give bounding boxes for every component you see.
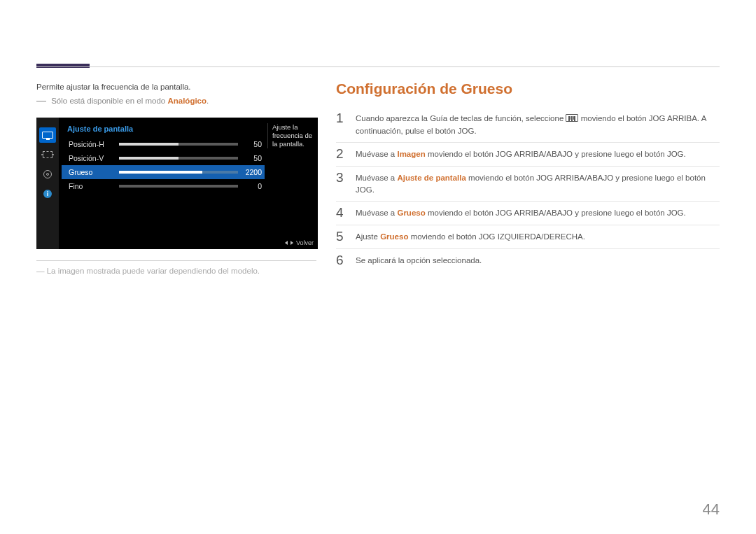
screen-adjust-icon[interactable] <box>39 147 56 162</box>
osd-row[interactable]: Fino0 <box>62 179 265 193</box>
osd-slider[interactable] <box>119 171 238 174</box>
step-text: Se aplicará la opción seleccionada. <box>356 253 720 267</box>
osd-row[interactable]: Grueso2200 <box>62 165 265 179</box>
step-item: 1Cuando aparezca la Guía de teclas de fu… <box>336 107 720 142</box>
intro2-prefix: Sólo está disponible en el modo <box>51 97 167 105</box>
gear-icon[interactable] <box>39 167 56 182</box>
menu-icon <box>566 114 578 122</box>
left-column: Permite ajustar la frecuencia de la pant… <box>36 83 316 275</box>
step-highlight: Ajuste de pantalla <box>397 174 465 182</box>
osd-row-value: 50 <box>238 154 265 162</box>
step-item: 6Se aplicará la opción seleccionada. <box>336 248 720 272</box>
osd-row[interactable]: Posición-V50 <box>62 151 265 165</box>
right-column: Configuración de Grueso 1Cuando aparezca… <box>336 80 720 272</box>
step-text: Muévase a Grueso moviendo el botón JOG A… <box>356 206 720 220</box>
disclaimer-text: La imagen mostrada puede variar dependie… <box>47 267 260 275</box>
osd-description: Ajuste la frecuencia de la pantalla. <box>267 123 314 148</box>
dash-icon <box>36 101 46 101</box>
step-fragment: Se aplicará la opción seleccionada. <box>356 256 482 265</box>
osd-title: Ajuste de pantalla <box>67 125 133 133</box>
intro2-suffix: . <box>206 97 209 105</box>
step-item: 2Muévase a Imagen moviendo el botón JOG … <box>336 142 720 166</box>
step-fragment: moviendo el botón JOG ARRIBA/ABAJO y pre… <box>426 209 686 217</box>
osd-row-value: 0 <box>238 182 265 190</box>
triangle-right-icon <box>290 241 293 245</box>
triangle-left-icon <box>285 241 288 245</box>
step-number: 1 <box>336 111 356 126</box>
osd-slider[interactable] <box>119 157 238 160</box>
intro-text-1: Permite ajustar la frecuencia de la pant… <box>36 83 316 91</box>
header-rule <box>36 66 720 67</box>
osd-row[interactable]: Posición-H50 <box>62 137 265 151</box>
osd-sidebar: i <box>36 118 59 249</box>
step-text: Ajuste Grueso moviendo el botón JOG IZQU… <box>356 230 720 244</box>
step-fragment: Muévase a <box>356 150 397 158</box>
page-number: 44 <box>703 500 720 519</box>
disclaimer-dash: ― <box>36 267 47 275</box>
step-fragment: moviendo el botón JOG IZQUIERDA/DERECHA. <box>408 232 584 241</box>
step-fragment: Muévase a <box>356 209 397 217</box>
step-number: 2 <box>336 147 356 162</box>
step-fragment: Cuando aparezca la Guía de teclas de fun… <box>356 114 566 122</box>
step-highlight: Grueso <box>397 209 425 217</box>
osd-row-label: Posición-H <box>69 140 119 148</box>
osd-slider[interactable] <box>119 143 238 146</box>
step-fragment: Muévase a <box>356 174 397 182</box>
monitor-icon[interactable] <box>39 127 56 143</box>
intro-text-2: Sólo está disponible en el modo Analógic… <box>36 97 316 105</box>
osd-panel: i Ajuste de pantalla Posición-H50Posició… <box>36 118 318 249</box>
intro2-mode: Analógico <box>167 97 206 105</box>
step-number: 5 <box>336 230 356 244</box>
step-text: Muévase a Imagen moviendo el botón JOG A… <box>356 147 720 161</box>
step-number: 4 <box>336 206 356 220</box>
osd-footer: Volver <box>285 239 314 246</box>
step-highlight: Imagen <box>397 150 425 158</box>
step-text: Cuando aparezca la Guía de teclas de fun… <box>356 111 720 138</box>
step-item: 5Ajuste Grueso moviendo el botón JOG IZQ… <box>336 225 720 248</box>
step-item: 4Muévase a Grueso moviendo el botón JOG … <box>336 201 720 225</box>
disclaimer: ― La imagen mostrada puede variar depend… <box>36 267 316 275</box>
info-icon[interactable]: i <box>39 186 56 202</box>
step-highlight: Grueso <box>380 232 408 241</box>
osd-row-label: Fino <box>69 182 119 190</box>
osd-footer-label[interactable]: Volver <box>296 239 314 246</box>
osd-rows: Posición-H50Posición-V50Grueso2200Fino0 <box>62 137 265 193</box>
step-number: 6 <box>336 253 356 268</box>
left-divider <box>36 260 316 261</box>
osd-row-value: 2200 <box>238 168 265 176</box>
step-fragment: moviendo el botón JOG ARRIBA/ABAJO y pre… <box>426 150 686 158</box>
step-fragment: Ajuste <box>356 232 380 241</box>
step-item: 3Muévase a Ajuste de pantalla moviendo e… <box>336 166 720 202</box>
header-accent <box>36 64 90 68</box>
step-number: 3 <box>336 171 356 185</box>
osd-row-value: 50 <box>238 140 265 148</box>
section-heading: Configuración de Grueso <box>336 80 720 97</box>
osd-row-label: Grueso <box>69 168 119 176</box>
osd-row-label: Posición-V <box>69 154 119 162</box>
steps-list: 1Cuando aparezca la Guía de teclas de fu… <box>336 107 720 272</box>
osd-slider[interactable] <box>119 185 238 188</box>
step-text: Muévase a Ajuste de pantalla moviendo el… <box>356 171 720 197</box>
